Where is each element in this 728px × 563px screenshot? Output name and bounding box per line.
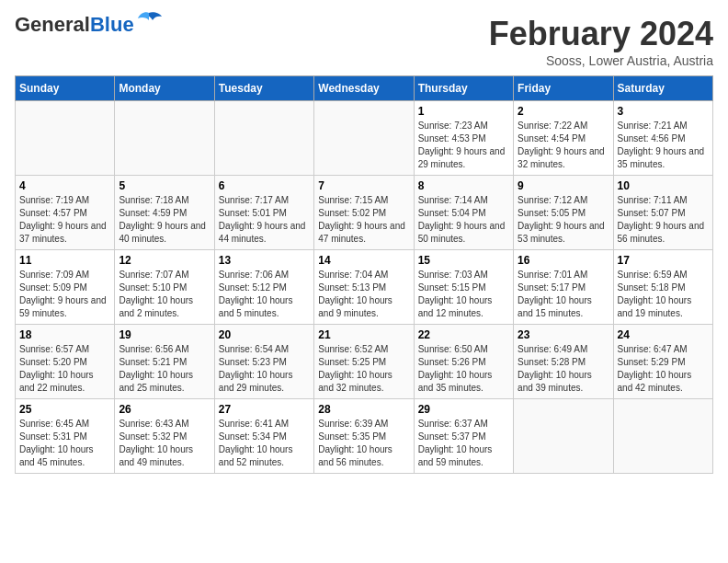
day-info: Sunrise: 7:03 AM Sunset: 5:15 PM Dayligh… bbox=[418, 269, 509, 320]
day-info: Sunrise: 6:57 AM Sunset: 5:20 PM Dayligh… bbox=[19, 343, 110, 395]
calendar-cell: 28Sunrise: 6:39 AM Sunset: 5:35 PM Dayli… bbox=[314, 399, 414, 474]
calendar-title: February 2024 bbox=[489, 15, 713, 53]
day-info: Sunrise: 6:39 AM Sunset: 5:35 PM Dayligh… bbox=[318, 418, 409, 469]
day-number: 19 bbox=[119, 328, 210, 341]
day-info: Sunrise: 7:22 AM Sunset: 4:54 PM Dayligh… bbox=[518, 120, 609, 171]
calendar-cell: 7Sunrise: 7:15 AM Sunset: 5:02 PM Daylig… bbox=[314, 176, 414, 250]
calendar-cell: 13Sunrise: 7:06 AM Sunset: 5:12 PM Dayli… bbox=[214, 250, 313, 325]
calendar-cell: 21Sunrise: 6:52 AM Sunset: 5:25 PM Dayli… bbox=[314, 325, 414, 399]
day-info: Sunrise: 7:07 AM Sunset: 5:10 PM Dayligh… bbox=[119, 269, 210, 320]
day-number: 8 bbox=[418, 179, 509, 192]
day-of-week-header: Friday bbox=[514, 76, 613, 101]
calendar-cell: 15Sunrise: 7:03 AM Sunset: 5:15 PM Dayli… bbox=[414, 250, 513, 325]
calendar-cell bbox=[514, 399, 613, 474]
day-number: 11 bbox=[19, 254, 110, 267]
day-number: 13 bbox=[219, 254, 310, 267]
day-info: Sunrise: 6:49 AM Sunset: 5:28 PM Dayligh… bbox=[518, 343, 609, 395]
day-of-week-header: Wednesday bbox=[314, 76, 414, 101]
day-info: Sunrise: 6:41 AM Sunset: 5:34 PM Dayligh… bbox=[219, 418, 310, 469]
day-info: Sunrise: 7:14 AM Sunset: 5:04 PM Dayligh… bbox=[418, 194, 509, 246]
calendar-cell: 26Sunrise: 6:43 AM Sunset: 5:32 PM Dayli… bbox=[115, 399, 214, 474]
calendar-cell bbox=[613, 399, 712, 474]
day-of-week-header: Saturday bbox=[613, 76, 712, 101]
day-number: 16 bbox=[518, 254, 609, 267]
day-number: 18 bbox=[19, 328, 110, 341]
day-info: Sunrise: 6:59 AM Sunset: 5:18 PM Dayligh… bbox=[618, 269, 709, 320]
calendar-cell: 22Sunrise: 6:50 AM Sunset: 5:26 PM Dayli… bbox=[414, 325, 513, 399]
calendar-cell: 5Sunrise: 7:18 AM Sunset: 4:59 PM Daylig… bbox=[115, 176, 214, 250]
calendar-cell: 4Sunrise: 7:19 AM Sunset: 4:57 PM Daylig… bbox=[16, 176, 115, 250]
day-number: 22 bbox=[418, 328, 509, 341]
calendar-cell: 1Sunrise: 7:23 AM Sunset: 4:53 PM Daylig… bbox=[414, 101, 513, 176]
day-info: Sunrise: 7:15 AM Sunset: 5:02 PM Dayligh… bbox=[318, 194, 409, 246]
calendar-cell: 25Sunrise: 6:45 AM Sunset: 5:31 PM Dayli… bbox=[16, 399, 115, 474]
calendar-cell: 12Sunrise: 7:07 AM Sunset: 5:10 PM Dayli… bbox=[115, 250, 214, 325]
day-info: Sunrise: 7:01 AM Sunset: 5:17 PM Dayligh… bbox=[518, 269, 609, 320]
day-info: Sunrise: 6:47 AM Sunset: 5:29 PM Dayligh… bbox=[618, 343, 709, 395]
day-info: Sunrise: 7:12 AM Sunset: 5:05 PM Dayligh… bbox=[518, 194, 609, 246]
day-info: Sunrise: 7:04 AM Sunset: 5:13 PM Dayligh… bbox=[318, 269, 409, 320]
day-info: Sunrise: 6:50 AM Sunset: 5:26 PM Dayligh… bbox=[418, 343, 509, 395]
day-number: 5 bbox=[119, 179, 210, 192]
day-of-week-header: Monday bbox=[115, 76, 214, 101]
day-number: 23 bbox=[518, 328, 609, 341]
day-number: 25 bbox=[19, 403, 110, 416]
title-section: February 2024 Sooss, Lower Austria, Aust… bbox=[489, 15, 713, 68]
calendar-table: SundayMondayTuesdayWednesdayThursdayFrid… bbox=[15, 75, 713, 474]
day-info: Sunrise: 7:19 AM Sunset: 4:57 PM Dayligh… bbox=[19, 194, 110, 246]
calendar-cell: 10Sunrise: 7:11 AM Sunset: 5:07 PM Dayli… bbox=[613, 176, 712, 250]
calendar-cell: 2Sunrise: 7:22 AM Sunset: 4:54 PM Daylig… bbox=[514, 101, 613, 176]
day-number: 6 bbox=[219, 179, 310, 192]
calendar-cell: 27Sunrise: 6:41 AM Sunset: 5:34 PM Dayli… bbox=[214, 399, 313, 474]
page-header: GeneralBlue February 2024 Sooss, Lower A… bbox=[15, 15, 713, 68]
day-number: 26 bbox=[119, 403, 210, 416]
calendar-week-row: 18Sunrise: 6:57 AM Sunset: 5:20 PM Dayli… bbox=[16, 325, 713, 399]
calendar-cell bbox=[115, 101, 214, 176]
day-of-week-header: Tuesday bbox=[214, 76, 313, 101]
logo: GeneralBlue bbox=[15, 15, 162, 35]
calendar-week-row: 25Sunrise: 6:45 AM Sunset: 5:31 PM Dayli… bbox=[16, 399, 713, 474]
day-info: Sunrise: 7:21 AM Sunset: 4:56 PM Dayligh… bbox=[618, 120, 709, 171]
day-info: Sunrise: 6:43 AM Sunset: 5:32 PM Dayligh… bbox=[119, 418, 210, 469]
day-info: Sunrise: 6:52 AM Sunset: 5:25 PM Dayligh… bbox=[318, 343, 409, 395]
calendar-cell: 14Sunrise: 7:04 AM Sunset: 5:13 PM Dayli… bbox=[314, 250, 414, 325]
day-number: 10 bbox=[618, 179, 709, 192]
calendar-cell: 9Sunrise: 7:12 AM Sunset: 5:05 PM Daylig… bbox=[514, 176, 613, 250]
calendar-cell: 29Sunrise: 6:37 AM Sunset: 5:37 PM Dayli… bbox=[414, 399, 513, 474]
day-info: Sunrise: 7:18 AM Sunset: 4:59 PM Dayligh… bbox=[119, 194, 210, 246]
day-info: Sunrise: 7:06 AM Sunset: 5:12 PM Dayligh… bbox=[219, 269, 310, 320]
calendar-cell: 19Sunrise: 6:56 AM Sunset: 5:21 PM Dayli… bbox=[115, 325, 214, 399]
calendar-cell: 23Sunrise: 6:49 AM Sunset: 5:28 PM Dayli… bbox=[514, 325, 613, 399]
day-number: 17 bbox=[618, 254, 709, 267]
calendar-cell: 11Sunrise: 7:09 AM Sunset: 5:09 PM Dayli… bbox=[16, 250, 115, 325]
calendar-cell: 3Sunrise: 7:21 AM Sunset: 4:56 PM Daylig… bbox=[613, 101, 712, 176]
calendar-cell bbox=[16, 101, 115, 176]
calendar-cell: 16Sunrise: 7:01 AM Sunset: 5:17 PM Dayli… bbox=[514, 250, 613, 325]
day-number: 24 bbox=[618, 328, 709, 341]
calendar-cell: 18Sunrise: 6:57 AM Sunset: 5:20 PM Dayli… bbox=[16, 325, 115, 399]
calendar-cell: 6Sunrise: 7:17 AM Sunset: 5:01 PM Daylig… bbox=[214, 176, 313, 250]
day-number: 14 bbox=[318, 254, 409, 267]
day-number: 1 bbox=[418, 105, 509, 118]
day-number: 21 bbox=[318, 328, 409, 341]
calendar-header-row: SundayMondayTuesdayWednesdayThursdayFrid… bbox=[16, 76, 713, 101]
calendar-week-row: 11Sunrise: 7:09 AM Sunset: 5:09 PM Dayli… bbox=[16, 250, 713, 325]
day-number: 7 bbox=[318, 179, 409, 192]
calendar-cell: 24Sunrise: 6:47 AM Sunset: 5:29 PM Dayli… bbox=[613, 325, 712, 399]
day-number: 28 bbox=[318, 403, 409, 416]
day-info: Sunrise: 6:56 AM Sunset: 5:21 PM Dayligh… bbox=[119, 343, 210, 395]
day-number: 15 bbox=[418, 254, 509, 267]
calendar-cell bbox=[214, 101, 313, 176]
calendar-week-row: 4Sunrise: 7:19 AM Sunset: 4:57 PM Daylig… bbox=[16, 176, 713, 250]
day-of-week-header: Thursday bbox=[414, 76, 513, 101]
day-info: Sunrise: 7:09 AM Sunset: 5:09 PM Dayligh… bbox=[19, 269, 110, 320]
day-info: Sunrise: 7:11 AM Sunset: 5:07 PM Dayligh… bbox=[618, 194, 709, 246]
calendar-cell: 8Sunrise: 7:14 AM Sunset: 5:04 PM Daylig… bbox=[414, 176, 513, 250]
calendar-week-row: 1Sunrise: 7:23 AM Sunset: 4:53 PM Daylig… bbox=[16, 101, 713, 176]
calendar-cell bbox=[314, 101, 414, 176]
day-info: Sunrise: 7:17 AM Sunset: 5:01 PM Dayligh… bbox=[219, 194, 310, 246]
day-info: Sunrise: 6:37 AM Sunset: 5:37 PM Dayligh… bbox=[418, 418, 509, 469]
day-number: 20 bbox=[219, 328, 310, 341]
day-info: Sunrise: 6:45 AM Sunset: 5:31 PM Dayligh… bbox=[19, 418, 110, 469]
day-info: Sunrise: 7:23 AM Sunset: 4:53 PM Dayligh… bbox=[418, 120, 509, 171]
